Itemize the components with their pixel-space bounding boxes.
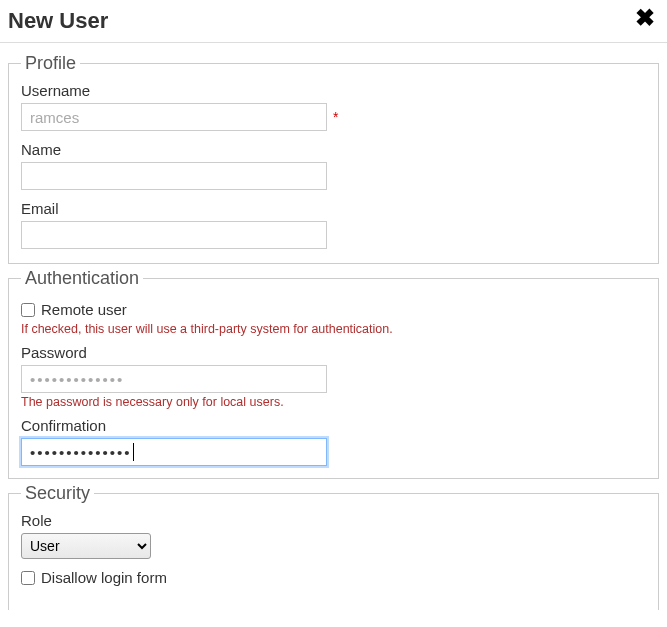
security-fieldset: Security Role User Disallow login form bbox=[8, 483, 659, 610]
name-label: Name bbox=[21, 141, 646, 158]
password-group: Password bbox=[21, 344, 646, 393]
disallow-login-label: Disallow login form bbox=[41, 569, 167, 586]
profile-fieldset: Profile Username * Name Email bbox=[8, 53, 659, 264]
dialog-header: New User ✖ bbox=[0, 0, 667, 43]
role-select[interactable]: User bbox=[21, 533, 151, 559]
profile-legend: Profile bbox=[21, 53, 80, 74]
remote-user-label: Remote user bbox=[41, 301, 127, 318]
dialog-body: Profile Username * Name Email Authentica… bbox=[0, 43, 667, 610]
disallow-login-checkbox[interactable] bbox=[21, 571, 35, 585]
password-help: The password is necessary only for local… bbox=[21, 395, 646, 409]
password-label: Password bbox=[21, 344, 646, 361]
email-group: Email bbox=[21, 200, 646, 249]
required-asterisk-icon: * bbox=[333, 109, 338, 125]
remote-user-checkbox[interactable] bbox=[21, 303, 35, 317]
disallow-login-row[interactable]: Disallow login form bbox=[21, 569, 646, 586]
authentication-fieldset: Authentication Remote user If checked, t… bbox=[8, 268, 659, 479]
confirmation-input[interactable]: •••••••••••••• bbox=[21, 438, 327, 466]
confirmation-group: Confirmation •••••••••••••• bbox=[21, 417, 646, 466]
username-input[interactable] bbox=[21, 103, 327, 131]
remote-user-help: If checked, this user will use a third-p… bbox=[21, 322, 646, 336]
email-input[interactable] bbox=[21, 221, 327, 249]
username-label: Username bbox=[21, 82, 646, 99]
password-input[interactable] bbox=[21, 365, 327, 393]
role-label: Role bbox=[21, 512, 646, 529]
security-legend: Security bbox=[21, 483, 94, 504]
authentication-legend: Authentication bbox=[21, 268, 143, 289]
username-group: Username * bbox=[21, 82, 646, 131]
confirmation-label: Confirmation bbox=[21, 417, 646, 434]
role-group: Role User bbox=[21, 512, 646, 559]
name-input[interactable] bbox=[21, 162, 327, 190]
remote-user-row[interactable]: Remote user bbox=[21, 301, 646, 318]
dialog-title: New User bbox=[8, 8, 108, 34]
name-group: Name bbox=[21, 141, 646, 190]
email-label: Email bbox=[21, 200, 646, 217]
close-icon[interactable]: ✖ bbox=[631, 4, 659, 32]
